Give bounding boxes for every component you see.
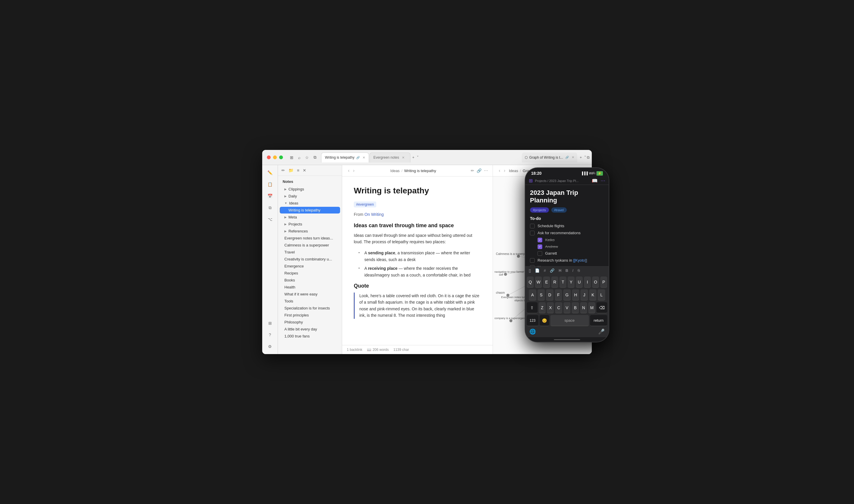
- editor-content[interactable]: Writing is telepathy #evergreen From On …: [342, 177, 493, 345]
- checkbox-flights[interactable]: [530, 224, 534, 228]
- sidebar-toggle-icon[interactable]: ⧉: [313, 155, 316, 160]
- sidebar-item-new-note[interactable]: ✏️: [265, 167, 275, 178]
- sidebar-item-travel[interactable]: Travel: [280, 249, 340, 255]
- checkbox-ryokans[interactable]: [530, 258, 534, 263]
- tab-close-button[interactable]: ✕: [363, 156, 365, 160]
- key-u[interactable]: U: [576, 276, 583, 288]
- link-icon[interactable]: 🔗: [477, 168, 481, 173]
- graph-breadcrumb-parent[interactable]: Ideas: [509, 168, 518, 173]
- sidebar-item-evergreen-ideas[interactable]: Evergreen notes turn ideas...: [280, 235, 340, 241]
- folder-icon[interactable]: ⊞: [290, 155, 293, 160]
- key-globe[interactable]: 🌐: [529, 328, 536, 335]
- sidebar-item-daily[interactable]: ▶ Daily: [280, 193, 340, 199]
- key-q[interactable]: Q: [527, 276, 534, 288]
- checkbox-andrew[interactable]: ✓: [538, 245, 542, 249]
- key-t[interactable]: T: [559, 276, 566, 288]
- sidebar-item-notes[interactable]: 📋: [265, 179, 275, 190]
- close-sidebar-icon[interactable]: ✕: [303, 168, 306, 173]
- graph-forward-button[interactable]: ›: [503, 167, 506, 174]
- key-g[interactable]: G: [563, 289, 571, 301]
- key-m[interactable]: M: [588, 302, 595, 313]
- sidebar-item-ideas[interactable]: ▼ Ideas: [280, 200, 340, 206]
- checkbox-garrett[interactable]: [538, 251, 542, 256]
- key-l[interactable]: L: [598, 289, 605, 301]
- from-link[interactable]: On Writing: [365, 212, 384, 217]
- key-s[interactable]: S: [538, 289, 545, 301]
- split-view-icon[interactable]: ⧉: [587, 155, 589, 160]
- more-icon[interactable]: ⋯: [484, 168, 488, 173]
- sidebar-item-writing-telepathy[interactable]: Writing is telepathy: [280, 207, 340, 214]
- sidebar-item-clippings[interactable]: ▶ Clippings: [280, 186, 340, 193]
- key-d[interactable]: D: [546, 289, 553, 301]
- sidebar-item-1000-fans[interactable]: 1,000 true fans: [280, 333, 340, 340]
- sidebar-item-philosophy[interactable]: Philosophy: [280, 319, 340, 325]
- key-mic[interactable]: 🎤: [598, 328, 605, 335]
- key-r[interactable]: R: [551, 276, 558, 288]
- sidebar-item-specialization[interactable]: Specialization is for insects: [280, 305, 340, 311]
- sidebar-item-books[interactable]: Books: [280, 277, 340, 284]
- graph-back-button[interactable]: ‹: [497, 167, 502, 174]
- phone-book-icon[interactable]: 📖: [592, 178, 598, 183]
- key-p[interactable]: P: [600, 276, 607, 288]
- key-i[interactable]: I: [584, 276, 591, 288]
- toolbar-link-icon[interactable]: 🔗: [550, 268, 555, 273]
- sidebar-item-health[interactable]: Health: [280, 284, 340, 290]
- sidebar-item-copy[interactable]: ⧉: [265, 202, 275, 213]
- toolbar-bold-icon[interactable]: B: [566, 268, 568, 273]
- key-f[interactable]: F: [555, 289, 562, 301]
- toolbar-file-icon[interactable]: 📄: [535, 268, 540, 273]
- sidebar-item-recipes[interactable]: Recipes: [280, 270, 340, 276]
- tag-travel[interactable]: #travel: [551, 208, 567, 213]
- key-shift[interactable]: ⇧: [527, 302, 538, 313]
- sidebar-item-first-principles[interactable]: First principles: [280, 312, 340, 319]
- checkbox-keiko[interactable]: ✓: [538, 238, 542, 242]
- back-button[interactable]: ‹: [347, 167, 350, 174]
- graph-tab-close[interactable]: ✕: [572, 156, 574, 159]
- breadcrumb-parent[interactable]: Ideas: [390, 168, 400, 173]
- sidebar-item-meta[interactable]: ▶ Meta: [280, 214, 340, 220]
- sidebar-item-tags[interactable]: ⌥: [265, 214, 275, 224]
- graph-new-tab-button[interactable]: +: [578, 155, 584, 160]
- key-e[interactable]: E: [543, 276, 550, 288]
- sidebar-item-what-if[interactable]: What if it were easy: [280, 291, 340, 298]
- key-delete[interactable]: ⌫: [597, 302, 607, 313]
- minimize-button[interactable]: [273, 156, 277, 159]
- fullscreen-button[interactable]: [279, 156, 283, 159]
- tab-close-button[interactable]: ✕: [402, 156, 404, 160]
- sidebar-item-settings[interactable]: ⚙: [265, 341, 275, 352]
- tab-graph[interactable]: ⬡ Graph of Writing is t... 🔗 ✕: [522, 152, 578, 162]
- sidebar-item-emergence[interactable]: Emergence: [280, 263, 340, 270]
- sidebar-item-templates[interactable]: ⊞: [265, 318, 275, 328]
- edit-icon[interactable]: ✏: [281, 168, 285, 173]
- checkbox-recommendations[interactable]: [530, 231, 534, 235]
- new-tab-button[interactable]: +: [412, 155, 415, 160]
- toolbar-italic-icon[interactable]: I: [572, 268, 574, 273]
- star-icon[interactable]: ☆: [305, 155, 309, 160]
- phone-more-icon[interactable]: ⋯: [601, 178, 605, 183]
- key-b[interactable]: B: [572, 302, 579, 313]
- key-w[interactable]: W: [535, 276, 542, 288]
- toolbar-tag-icon[interactable]: #: [544, 268, 546, 273]
- tab-evergreen-notes[interactable]: Evergreen notes ✕: [369, 152, 411, 162]
- close-button[interactable]: [267, 156, 271, 159]
- tag-badge[interactable]: #evergreen: [354, 201, 376, 208]
- key-x[interactable]: X: [547, 302, 554, 313]
- key-z[interactable]: Z: [539, 302, 546, 313]
- sidebar-item-tools[interactable]: Tools: [280, 298, 340, 305]
- key-o[interactable]: O: [592, 276, 599, 288]
- key-space[interactable]: space: [550, 315, 589, 326]
- key-k[interactable]: K: [589, 289, 597, 301]
- tab-chevron[interactable]: ˅: [417, 155, 419, 160]
- tag-projects[interactable]: #projects: [530, 208, 549, 213]
- toolbar-strike-icon[interactable]: S: [578, 268, 580, 273]
- key-v[interactable]: V: [563, 302, 570, 313]
- key-h[interactable]: H: [572, 289, 580, 301]
- tab-writing-telepathy[interactable]: Writing is telepathy 🔗 ✕: [321, 152, 369, 162]
- key-y[interactable]: Y: [568, 276, 575, 288]
- key-return[interactable]: return: [590, 315, 607, 326]
- toolbar-h-icon[interactable]: H: [559, 268, 561, 273]
- key-emoji[interactable]: 😊: [540, 315, 549, 326]
- search-icon[interactable]: ⌕: [298, 155, 301, 160]
- key-a[interactable]: A: [529, 289, 537, 301]
- sidebar-item-calendar[interactable]: 📅: [265, 191, 275, 201]
